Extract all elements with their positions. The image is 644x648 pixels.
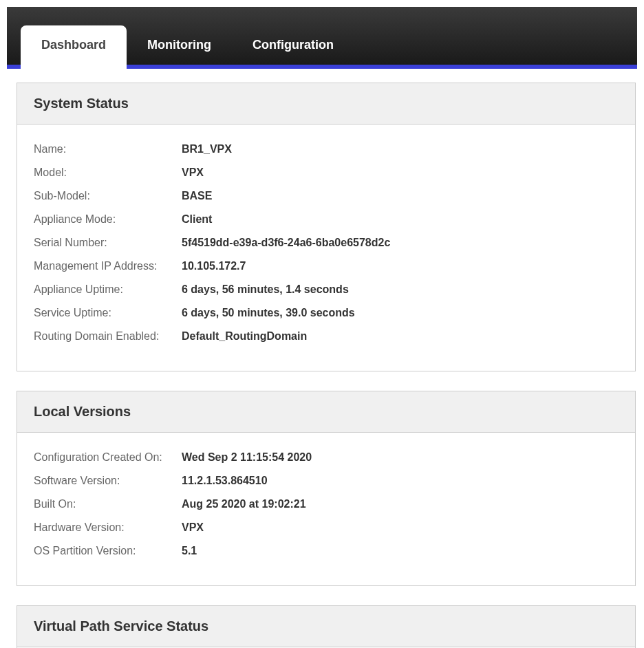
serial-value: 5f4519dd-e39a-d3f6-24a6-6ba0e6578d2c bbox=[182, 235, 390, 251]
local-versions-title: Local Versions bbox=[34, 404, 619, 420]
built-label: Built On: bbox=[34, 496, 182, 512]
auptime-value: 6 days, 56 minutes, 1.4 seconds bbox=[182, 281, 349, 298]
tab-monitoring[interactable]: Monitoring bbox=[127, 25, 232, 65]
appmode-label: Appliance Mode: bbox=[34, 211, 182, 228]
built-value: Aug 25 2020 at 19:02:21 bbox=[182, 496, 306, 512]
local-versions-body: Configuration Created On: Wed Sep 2 11:1… bbox=[17, 433, 635, 585]
virtual-path-panel: Virtual Path Service Status Virtual Path… bbox=[17, 605, 636, 648]
name-value: BR1_VPX bbox=[182, 141, 232, 158]
local-versions-header: Local Versions bbox=[17, 391, 635, 433]
model-value: VPX bbox=[182, 164, 204, 181]
hwver-label: Hardware Version: bbox=[34, 519, 182, 536]
config-label: Configuration Created On: bbox=[34, 449, 182, 466]
auptime-label: Appliance Uptime: bbox=[34, 281, 182, 298]
field-name: Name: BR1_VPX bbox=[34, 141, 619, 158]
submodel-label: Sub-Model: bbox=[34, 188, 182, 204]
field-service-uptime: Service Uptime: 6 days, 50 minutes, 39.0… bbox=[34, 305, 619, 321]
top-nav-bar: Dashboard Monitoring Configuration bbox=[7, 7, 637, 69]
suptime-label: Service Uptime: bbox=[34, 305, 182, 321]
submodel-value: BASE bbox=[182, 188, 212, 204]
tab-container: Dashboard Monitoring Configuration bbox=[7, 7, 354, 65]
field-os-partition: OS Partition Version: 5.1 bbox=[34, 543, 619, 559]
hwver-value: VPX bbox=[182, 519, 204, 536]
field-submodel: Sub-Model: BASE bbox=[34, 188, 619, 204]
page-content: System Status Name: BR1_VPX Model: VPX S… bbox=[0, 69, 644, 648]
field-appliance-uptime: Appliance Uptime: 6 days, 56 minutes, 1.… bbox=[34, 281, 619, 298]
swver-label: Software Version: bbox=[34, 473, 182, 489]
tab-configuration[interactable]: Configuration bbox=[232, 25, 354, 65]
tab-dashboard[interactable]: Dashboard bbox=[21, 25, 127, 69]
virtual-path-header: Virtual Path Service Status bbox=[17, 606, 635, 647]
appmode-value: Client bbox=[182, 211, 212, 228]
field-mgmt-ip: Management IP Address: 10.105.172.7 bbox=[34, 258, 619, 274]
system-status-header: System Status bbox=[17, 83, 635, 125]
suptime-value: 6 days, 50 minutes, 39.0 seconds bbox=[182, 305, 355, 321]
field-appliance-mode: Appliance Mode: Client bbox=[34, 211, 619, 228]
field-hardware-version: Hardware Version: VPX bbox=[34, 519, 619, 536]
system-status-body: Name: BR1_VPX Model: VPX Sub-Model: BASE… bbox=[17, 125, 635, 371]
swver-value: 11.2.1.53.864510 bbox=[182, 473, 268, 489]
mgmtip-value: 10.105.172.7 bbox=[182, 258, 246, 274]
model-label: Model: bbox=[34, 164, 182, 181]
field-software-version: Software Version: 11.2.1.53.864510 bbox=[34, 473, 619, 489]
field-built-on: Built On: Aug 25 2020 at 19:02:21 bbox=[34, 496, 619, 512]
field-serial: Serial Number: 5f4519dd-e39a-d3f6-24a6-6… bbox=[34, 235, 619, 251]
ospart-label: OS Partition Version: bbox=[34, 543, 182, 559]
routing-label: Routing Domain Enabled: bbox=[34, 328, 182, 345]
routing-value: Default_RoutingDomain bbox=[182, 328, 307, 345]
system-status-panel: System Status Name: BR1_VPX Model: VPX S… bbox=[17, 83, 636, 371]
ospart-value: 5.1 bbox=[182, 543, 197, 559]
name-label: Name: bbox=[34, 141, 182, 158]
system-status-title: System Status bbox=[34, 96, 619, 111]
config-value: Wed Sep 2 11:15:54 2020 bbox=[182, 449, 312, 466]
virtual-path-title: Virtual Path Service Status bbox=[34, 618, 619, 634]
serial-label: Serial Number: bbox=[34, 235, 182, 251]
field-model: Model: VPX bbox=[34, 164, 619, 181]
field-config-created: Configuration Created On: Wed Sep 2 11:1… bbox=[34, 449, 619, 466]
local-versions-panel: Local Versions Configuration Created On:… bbox=[17, 391, 636, 586]
field-routing-domain: Routing Domain Enabled: Default_RoutingD… bbox=[34, 328, 619, 345]
mgmtip-label: Management IP Address: bbox=[34, 258, 182, 274]
